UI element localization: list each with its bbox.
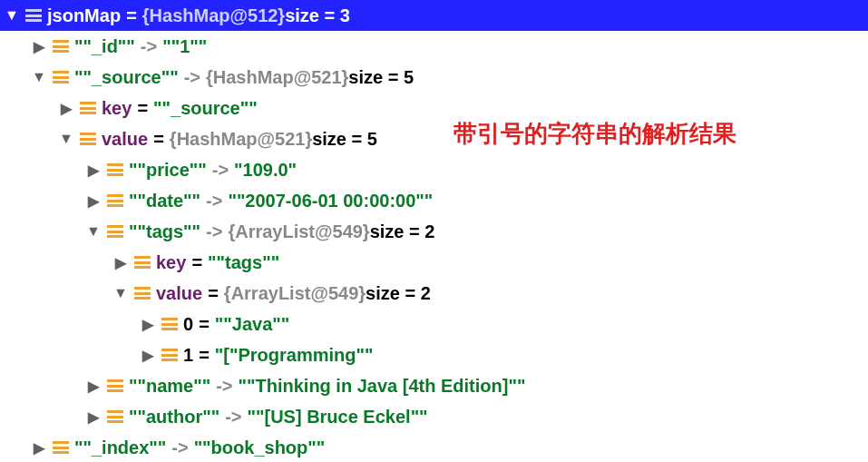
object-ref: {HashMap@521} bbox=[170, 129, 312, 150]
map-key: ""name"" bbox=[129, 376, 210, 397]
tree-row-source[interactable]: ""_source"" -> {HashMap@521} size = 5 bbox=[0, 62, 868, 93]
tree-row-source-value[interactable]: value = {HashMap@521} size = 5 bbox=[0, 123, 868, 154]
tree-row-tags[interactable]: ""tags"" -> {ArrayList@549} size = 2 bbox=[0, 216, 868, 247]
object-icon bbox=[80, 133, 96, 145]
expand-arrow-icon[interactable] bbox=[82, 162, 105, 179]
expand-arrow-icon[interactable] bbox=[82, 223, 105, 240]
arrow-icon: -> bbox=[166, 437, 193, 458]
map-key: ""author"" bbox=[129, 407, 219, 428]
object-icon bbox=[161, 349, 178, 361]
equals: = bbox=[121, 5, 142, 26]
tree-row-date[interactable]: ""date"" -> ""2007-06-01 00:00:00"" bbox=[0, 185, 868, 216]
map-value: ""book_shop"" bbox=[194, 437, 326, 458]
equals: = bbox=[186, 252, 208, 273]
tree-row-author[interactable]: ""author"" -> ""[US] Bruce Eckel"" bbox=[0, 401, 868, 432]
arrow-icon: -> bbox=[219, 407, 247, 428]
field-name: key bbox=[102, 98, 132, 119]
map-value: "109.0" bbox=[234, 160, 297, 181]
debugger-root-row[interactable]: jsonMap = {HashMap@512} size = 3 bbox=[0, 0, 868, 31]
object-icon bbox=[107, 163, 123, 176]
size-label: size = 3 bbox=[285, 5, 350, 26]
map-value: ""1"" bbox=[162, 36, 207, 57]
expand-arrow-icon[interactable] bbox=[109, 254, 132, 271]
tree-row-source-key[interactable]: key = ""_source"" bbox=[0, 93, 868, 123]
expand-arrow-icon[interactable] bbox=[0, 7, 24, 24]
arrow-icon: -> bbox=[179, 67, 206, 88]
map-value: ""2007-06-01 00:00:00"" bbox=[228, 191, 433, 211]
map-key: ""_id"" bbox=[74, 36, 135, 57]
expand-arrow-icon[interactable] bbox=[82, 378, 105, 395]
size-label: size = 5 bbox=[348, 67, 414, 88]
field-value: ""tags"" bbox=[208, 252, 279, 273]
map-key: ""tags"" bbox=[129, 221, 200, 242]
expand-arrow-icon[interactable] bbox=[82, 192, 105, 210]
tree-row-list-item-1[interactable]: 1 = "["Programming"" bbox=[0, 339, 868, 370]
map-value: ""Thinking in Java [4th Edition]"" bbox=[239, 376, 526, 397]
expand-arrow-icon[interactable] bbox=[136, 347, 160, 364]
object-icon bbox=[134, 256, 151, 269]
index-label: 0 bbox=[183, 314, 193, 335]
object-ref: {HashMap@512} bbox=[142, 5, 285, 26]
size-label: size = 2 bbox=[366, 283, 431, 304]
map-value: ""[US] Bruce Eckel"" bbox=[248, 407, 428, 428]
expand-arrow-icon[interactable] bbox=[82, 408, 105, 426]
object-icon bbox=[53, 40, 69, 53]
field-name: key bbox=[156, 252, 186, 273]
tree-row-list-item-0[interactable]: 0 = ""Java"" bbox=[0, 309, 868, 339]
map-key: ""price"" bbox=[129, 160, 207, 181]
size-label: size = 2 bbox=[370, 221, 435, 242]
object-icon bbox=[107, 379, 123, 392]
field-name: value bbox=[156, 283, 202, 304]
expand-arrow-icon[interactable] bbox=[27, 439, 51, 457]
object-icon bbox=[134, 287, 151, 300]
object-ref: {HashMap@521} bbox=[206, 67, 348, 88]
arrow-icon: -> bbox=[200, 191, 228, 211]
object-icon bbox=[53, 441, 69, 454]
object-ref: {ArrayList@549} bbox=[224, 283, 366, 304]
tree-row-price[interactable]: ""price"" -> "109.0" bbox=[0, 154, 868, 185]
object-icon bbox=[25, 9, 42, 22]
annotation-text: 带引号的字符串的解析结果 bbox=[454, 118, 736, 150]
map-key: ""_index"" bbox=[74, 437, 166, 458]
expand-arrow-icon[interactable] bbox=[27, 38, 51, 55]
tree-row-name[interactable]: ""name"" -> ""Thinking in Java [4th Edit… bbox=[0, 370, 868, 401]
object-icon bbox=[107, 194, 123, 207]
map-key: ""_source"" bbox=[74, 67, 179, 88]
object-icon bbox=[80, 102, 96, 114]
equals: = bbox=[202, 283, 224, 304]
expand-arrow-icon[interactable] bbox=[54, 131, 78, 147]
tree-row-index[interactable]: ""_index"" -> ""book_shop"" bbox=[0, 432, 868, 462]
expand-arrow-icon[interactable] bbox=[54, 100, 78, 117]
tree-row-tags-value[interactable]: value = {ArrayList@549} size = 2 bbox=[0, 278, 868, 309]
index-label: 1 bbox=[183, 345, 193, 366]
expand-arrow-icon[interactable] bbox=[109, 285, 132, 301]
list-value: "["Programming"" bbox=[215, 345, 374, 366]
arrow-icon: -> bbox=[200, 221, 228, 242]
expand-arrow-icon[interactable] bbox=[27, 69, 51, 85]
equals: = bbox=[148, 129, 170, 150]
equals: = bbox=[132, 98, 153, 119]
size-label: size = 5 bbox=[312, 129, 377, 150]
var-name: jsonMap bbox=[47, 5, 121, 26]
expand-arrow-icon[interactable] bbox=[136, 316, 160, 333]
arrow-icon: -> bbox=[207, 160, 234, 181]
tree-row-id[interactable]: ""_id"" -> ""1"" bbox=[0, 31, 868, 62]
arrow-icon: -> bbox=[135, 36, 162, 57]
tree-row-tags-key[interactable]: key = ""tags"" bbox=[0, 247, 868, 278]
object-icon bbox=[161, 318, 178, 330]
list-value: ""Java"" bbox=[215, 314, 289, 335]
equals: = bbox=[193, 314, 215, 335]
arrow-icon: -> bbox=[210, 376, 238, 397]
object-icon bbox=[53, 71, 69, 84]
object-icon bbox=[107, 225, 123, 238]
equals: = bbox=[193, 345, 215, 366]
object-ref: {ArrayList@549} bbox=[228, 221, 369, 242]
field-name: value bbox=[102, 129, 148, 150]
field-value: ""_source"" bbox=[153, 98, 258, 119]
map-key: ""date"" bbox=[129, 191, 200, 211]
object-icon bbox=[107, 410, 123, 423]
